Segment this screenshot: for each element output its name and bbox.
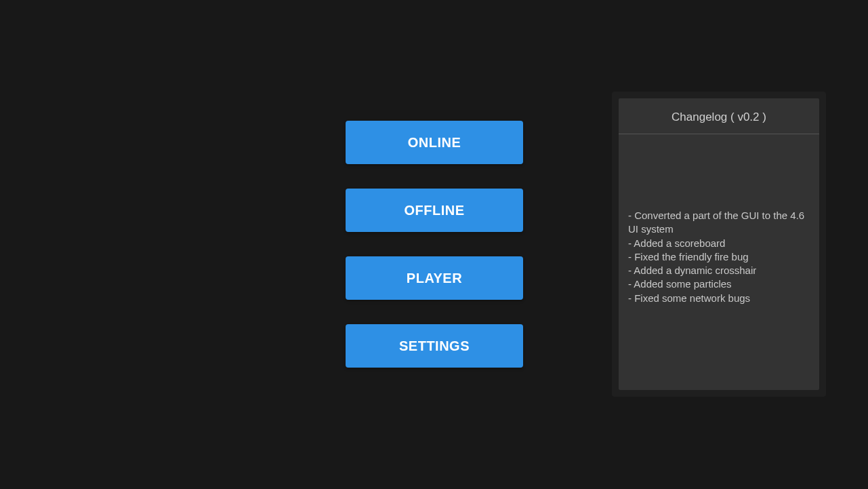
settings-button[interactable]: SETTINGS [346, 324, 523, 368]
offline-button[interactable]: OFFLINE [346, 189, 523, 232]
changelog-item: - Added some particles [628, 277, 810, 291]
player-button[interactable]: PLAYER [346, 256, 523, 300]
changelog-content: - Converted a part of the GUI to the 4.6… [619, 134, 819, 315]
changelog-inner: Changelog ( v0.2 ) - Converted a part of… [619, 98, 819, 390]
changelog-item: - Fixed some network bugs [628, 292, 810, 305]
changelog-item: - Converted a part of the GUI to the 4.6… [628, 209, 810, 237]
changelog-item: - Added a dynamic crosshair [628, 264, 810, 277]
changelog-item: - Added a scoreboard [628, 237, 810, 250]
changelog-panel: Changelog ( v0.2 ) - Converted a part of… [612, 92, 826, 397]
changelog-item: - Fixed the friendly fire bug [628, 250, 810, 264]
changelog-title: Changelog ( v0.2 ) [619, 98, 819, 134]
main-menu: ONLINE OFFLINE PLAYER SETTINGS [346, 121, 523, 368]
online-button[interactable]: ONLINE [346, 121, 523, 164]
